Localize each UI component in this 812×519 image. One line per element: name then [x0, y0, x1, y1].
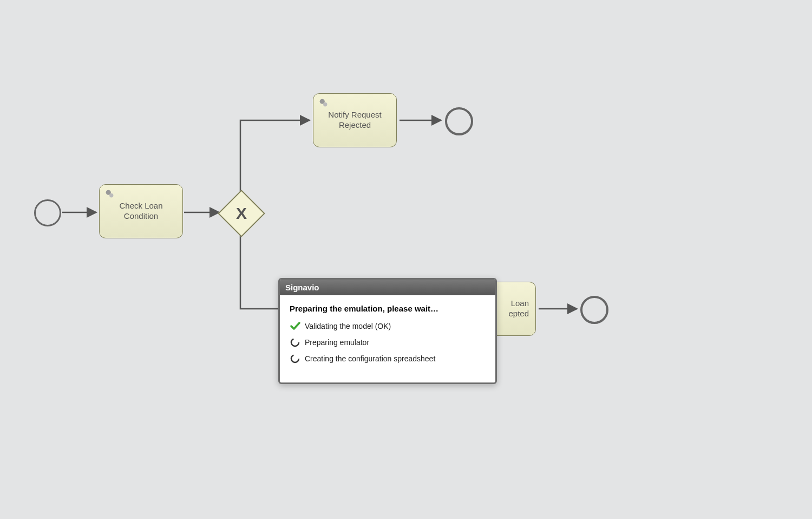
- gateway-marker: X: [236, 204, 247, 223]
- start-event[interactable]: [34, 199, 61, 226]
- step-label: Creating the configuration spreadsheet: [305, 354, 435, 363]
- svg-point-10: [291, 339, 299, 346]
- svg-point-11: [291, 355, 299, 362]
- end-event-accepted[interactable]: [580, 296, 608, 324]
- task-notify-request-rejected[interactable]: Notify Request Rejected: [313, 93, 397, 147]
- connectors: [0, 0, 812, 519]
- dialog-body: Preparing the emulation, please wait… Va…: [280, 295, 495, 382]
- task-label: Check Loan Condition: [103, 201, 179, 222]
- spinner-icon: [290, 337, 300, 348]
- task-check-loan-condition[interactable]: Check Loan Condition: [99, 184, 183, 238]
- step-label: Validating the model (OK): [305, 322, 391, 330]
- exclusive-gateway[interactable]: X: [218, 190, 265, 237]
- checkmark-icon: [290, 321, 300, 332]
- bpmn-canvas[interactable]: Check Loan Condition X Notify Request Re…: [0, 0, 812, 519]
- step-row: Validating the model (OK): [290, 321, 486, 332]
- service-task-icon: [318, 97, 330, 112]
- end-event-rejected[interactable]: [445, 107, 473, 135]
- service-task-icon: [104, 188, 116, 203]
- step-row: Creating the configuration spreadsheet: [290, 353, 486, 364]
- svg-point-7: [323, 102, 327, 106]
- task-label: Notify Request Rejected: [317, 110, 393, 131]
- step-row: Preparing emulator: [290, 337, 486, 348]
- emulation-dialog: Signavio Preparing the emulation, please…: [278, 278, 497, 384]
- svg-point-5: [109, 193, 113, 197]
- dialog-title: Signavio: [280, 280, 495, 295]
- spinner-icon: [290, 353, 300, 364]
- step-label: Preparing emulator: [305, 338, 369, 347]
- dialog-heading: Preparing the emulation, please wait…: [290, 304, 486, 313]
